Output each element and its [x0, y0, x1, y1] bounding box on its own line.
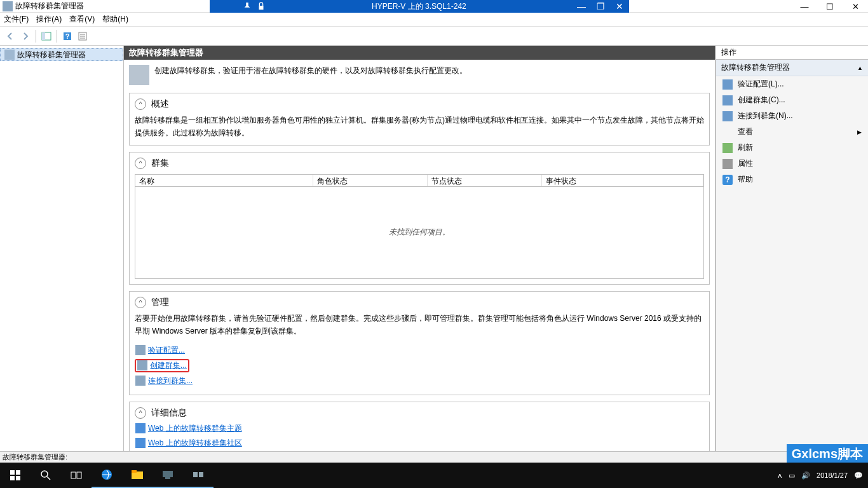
validate-config-link[interactable]: 验证配置... — [135, 344, 704, 356]
svg-rect-22 — [193, 472, 198, 477]
col-name[interactable]: 名称 — [135, 175, 313, 186]
action-help[interactable]: ? 帮助 — [716, 172, 868, 187]
toolbar: ? — [0, 27, 868, 46]
globe-icon — [135, 423, 146, 433]
tray-up-icon[interactable]: ᴧ — [778, 471, 782, 480]
collapse-icon[interactable]: ^ — [135, 407, 146, 419]
minimize-button[interactable]: — — [792, 0, 817, 13]
manage-section: ^ 管理 若要开始使用故障转移群集，请首先验证硬件配置，然后创建群集。完成这些步… — [129, 291, 710, 395]
tree-pane: 故障转移群集管理器 — [0, 46, 124, 451]
action-create[interactable]: 创建群集(C)... — [716, 92, 868, 108]
collapse-icon[interactable]: ^ — [135, 297, 146, 308]
manage-title: 管理 — [151, 297, 169, 308]
action-help-label: 帮助 — [738, 174, 753, 185]
col-event-status[interactable]: 事件状态 — [542, 175, 703, 186]
action-properties[interactable]: 属性 — [716, 156, 868, 172]
clusters-table-header: 名称 角色状态 节点状态 事件状态 — [135, 174, 704, 187]
connect-cluster-link[interactable]: 连接到群集... — [135, 375, 704, 387]
details-section: ^ 详细信息 Web 上的故障转移群集主题 Web 上的故障转移群集社区 — [129, 402, 710, 451]
actions-group-label: 故障转移群集管理器 — [721, 62, 790, 73]
actions-pane: 操作 故障转移群集管理器 ▲ 验证配置(L)... 创建群集(C)... 连接到… — [715, 46, 868, 451]
network-icon[interactable]: ▭ — [789, 471, 795, 480]
collapse-icon[interactable]: ^ — [135, 98, 146, 110]
svg-point-13 — [41, 471, 48, 477]
maximize-button[interactable]: ☐ — [817, 0, 843, 13]
details-title: 详细信息 — [151, 407, 187, 419]
status-text: 故障转移群集管理器: — [3, 452, 67, 462]
menu-action[interactable]: 操作(A) — [36, 14, 62, 25]
vm-connection-bar: HYPER-V 上的 3.SQL1-242 — ❐ ✕ — [210, 0, 629, 13]
connect-icon — [722, 111, 733, 121]
collapse-icon[interactable]: ^ — [135, 158, 146, 169]
svg-rect-23 — [199, 472, 203, 477]
overview-section: ^ 概述 故障转移群集是一组相互协作以增加服务器角色可用性的独立计算机。群集服务… — [129, 93, 710, 146]
svg-line-14 — [47, 477, 50, 480]
globe-icon — [135, 438, 146, 448]
search-button[interactable] — [31, 463, 61, 488]
menu-view[interactable]: 查看(V) — [69, 14, 95, 25]
col-node-status[interactable]: 节点状态 — [428, 175, 542, 186]
show-hide-tree-button[interactable] — [39, 29, 54, 44]
actions-group-header[interactable]: 故障转移群集管理器 ▲ — [716, 60, 868, 76]
action-connect-label: 连接到群集(N)... — [738, 111, 793, 121]
task-view-button[interactable] — [61, 463, 92, 488]
menu-help[interactable]: 帮助(H) — [102, 14, 128, 25]
collapse-triangle-icon: ▲ — [857, 65, 863, 71]
server-manager-button[interactable] — [153, 463, 183, 488]
volume-icon[interactable]: 🔊 — [801, 471, 810, 480]
explorer-button[interactable] — [122, 463, 153, 488]
back-button[interactable] — [3, 29, 18, 44]
svg-rect-12 — [16, 476, 20, 480]
cluster-manager-taskbar-button[interactable] — [183, 463, 214, 488]
svg-text:?: ? — [65, 32, 70, 40]
vm-maximize-button[interactable]: ❐ — [591, 0, 610, 13]
cluster-icon — [129, 65, 149, 85]
svg-rect-21 — [165, 477, 170, 479]
action-view-label: 查看 — [738, 126, 753, 137]
lock-icon[interactable] — [255, 1, 267, 11]
web-topics-link[interactable]: Web 上的故障转移群集主题 — [135, 423, 704, 435]
pin-icon[interactable] — [241, 1, 253, 11]
vm-close-button[interactable]: ✕ — [610, 0, 629, 13]
taskbar-date[interactable]: 2018/1/27 — [817, 471, 848, 479]
notification-icon[interactable]: 💬 — [854, 471, 863, 480]
overview-title: 概述 — [151, 98, 169, 110]
properties-icon — [722, 159, 733, 169]
create-cluster-link[interactable]: 创建群集... — [135, 359, 189, 372]
clusters-empty: 未找到任何项目。 — [135, 187, 704, 279]
overview-body: 故障转移群集是一组相互协作以增加服务器角色可用性的独立计算机。群集服务器(称为节… — [135, 114, 704, 140]
start-button[interactable] — [0, 463, 31, 488]
tree-root[interactable]: 故障转移群集管理器 — [0, 48, 123, 61]
intro-text: 创建故障转移群集，验证用于潜在故障转移群集的硬件，以及对故障转移群集执行配置更改… — [154, 65, 467, 77]
menu-file[interactable]: 文件(F) — [4, 14, 29, 25]
refresh-icon — [722, 143, 733, 153]
vm-minimize-button[interactable]: — — [572, 0, 591, 13]
watermark: Gxlcms脚本 — [787, 444, 868, 464]
svg-rect-16 — [77, 472, 81, 478]
blank-icon — [722, 127, 733, 137]
action-view[interactable]: 查看 ▶ — [716, 124, 868, 140]
actions-header: 操作 — [716, 46, 868, 60]
status-bar: 故障转移群集管理器: — [0, 451, 868, 463]
manage-body: 若要开始使用故障转移群集，请首先验证硬件配置，然后创建群集。完成这些步骤后，即可… — [135, 312, 704, 338]
vm-title: HYPER-V 上的 3.SQL1-242 — [372, 1, 466, 12]
cluster-manager-icon — [4, 50, 15, 60]
action-connect[interactable]: 连接到群集(N)... — [716, 108, 868, 124]
validate-icon — [722, 79, 733, 90]
menu-bar: 文件(F) 操作(A) 查看(V) 帮助(H) — [0, 13, 868, 27]
svg-rect-2 — [42, 32, 45, 40]
titlebar: 故障转移群集管理器 HYPER-V 上的 3.SQL1-242 — ❐ ✕ — … — [0, 0, 868, 13]
forward-button[interactable] — [18, 29, 33, 44]
action-refresh[interactable]: 刷新 — [716, 140, 868, 156]
ie-button[interactable] — [92, 463, 122, 488]
help-button[interactable]: ? — [60, 29, 75, 44]
web-community-link[interactable]: Web 上的故障转移群集社区 — [135, 437, 704, 449]
create-icon — [137, 360, 147, 370]
close-button[interactable]: ✕ — [843, 0, 868, 13]
action-validate[interactable]: 验证配置(L)... — [716, 76, 868, 92]
col-role-status[interactable]: 角色状态 — [313, 175, 428, 186]
svg-rect-0 — [259, 6, 264, 10]
svg-rect-10 — [16, 470, 20, 475]
properties-button[interactable] — [75, 29, 90, 44]
submenu-arrow-icon: ▶ — [857, 129, 862, 135]
